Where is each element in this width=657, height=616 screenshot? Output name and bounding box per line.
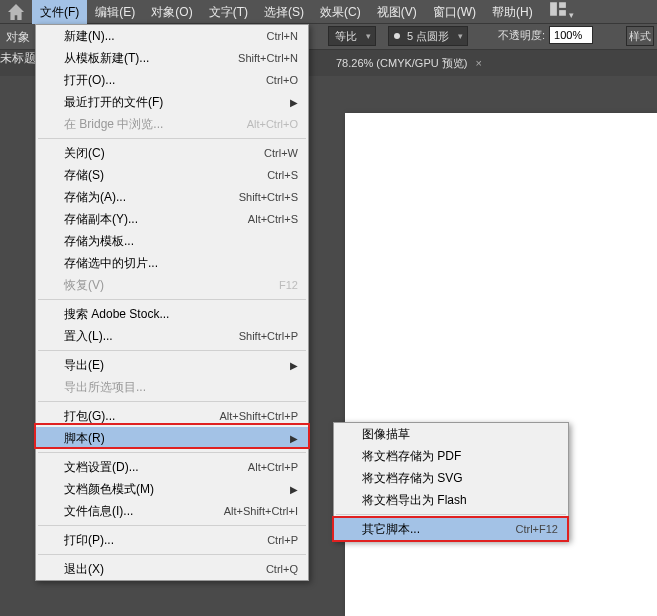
menu-item[interactable]: 存储选中的切片...	[36, 252, 308, 274]
menu-shortcut: Ctrl+W	[264, 147, 298, 159]
file-menu: 新建(N)...Ctrl+N从模板新建(T)...Shift+Ctrl+N打开(…	[35, 24, 309, 581]
menu-separator	[38, 452, 306, 453]
submenu-arrow-icon: ▶	[290, 360, 298, 371]
menu-item: 恢复(V)F12	[36, 274, 308, 296]
menu-item-label: 新建(N)...	[64, 28, 267, 45]
menu-item[interactable]: 文档设置(D)...Alt+Ctrl+P	[36, 456, 308, 478]
menu-item-label: 存储副本(Y)...	[64, 211, 248, 228]
menu-item-label: 导出(E)	[64, 357, 284, 374]
menu-shortcut: Ctrl+Q	[266, 563, 298, 575]
menu-separator	[38, 350, 306, 351]
menu-item-label: 在 Bridge 中浏览...	[64, 116, 247, 133]
shape-dropdown[interactable]: 5 点圆形	[388, 26, 468, 46]
menubar-item[interactable]: 视图(V)	[369, 0, 425, 24]
menu-item[interactable]: 置入(L)...Shift+Ctrl+P	[36, 325, 308, 347]
menu-shortcut: Ctrl+P	[267, 534, 298, 546]
menubar-item[interactable]: 效果(C)	[312, 0, 369, 24]
menu-item-label: 存储为(A)...	[64, 189, 239, 206]
menu-separator	[38, 401, 306, 402]
menu-shortcut: Ctrl+N	[267, 30, 298, 42]
menu-item[interactable]: 图像描草	[334, 423, 568, 445]
menu-item-label: 打包(G)...	[64, 408, 219, 425]
highlight-box-other-script	[332, 516, 569, 542]
menu-shortcut: Shift+Ctrl+S	[239, 191, 298, 203]
menu-item-label: 最近打开的文件(F)	[64, 94, 284, 111]
menu-item[interactable]: 退出(X)Ctrl+Q	[36, 558, 308, 580]
highlight-box-script	[34, 423, 310, 449]
menubar-item[interactable]: 选择(S)	[256, 0, 312, 24]
submenu-arrow-icon: ▶	[290, 484, 298, 495]
arrange-icon[interactable]: ▾	[541, 0, 582, 24]
submenu-arrow-icon: ▶	[290, 97, 298, 108]
ratio-dropdown[interactable]: 等比	[328, 26, 376, 46]
menu-separator	[38, 138, 306, 139]
document-tab[interactable]: 78.26% (CMYK/GPU 预览) ×	[328, 50, 490, 76]
doctab-prefix: 未标题	[0, 50, 36, 67]
menu-item[interactable]: 打印(P)...Ctrl+P	[36, 529, 308, 551]
menu-item[interactable]: 导出(E)▶	[36, 354, 308, 376]
menu-shortcut: Ctrl+O	[266, 74, 298, 86]
menu-item-label: 将文档导出为 Flash	[362, 492, 558, 509]
menu-shortcut: Shift+Ctrl+N	[238, 52, 298, 64]
dot-icon	[394, 33, 400, 39]
menubar-item[interactable]: 文件(F)	[32, 0, 87, 24]
menubar-item[interactable]: 文字(T)	[201, 0, 256, 24]
menu-separator	[38, 299, 306, 300]
menu-item-label: 从模板新建(T)...	[64, 50, 238, 67]
menu-item-label: 文档设置(D)...	[64, 459, 248, 476]
menu-item-label: 存储(S)	[64, 167, 267, 184]
svg-rect-1	[559, 2, 566, 8]
menu-shortcut: Alt+Shift+Ctrl+I	[224, 505, 298, 517]
menu-item-label: 恢复(V)	[64, 277, 279, 294]
menu-item[interactable]: 文档颜色模式(M)▶	[36, 478, 308, 500]
menu-item-label: 存储为模板...	[64, 233, 298, 250]
menu-item[interactable]: 存储为(A)...Shift+Ctrl+S	[36, 186, 308, 208]
menu-item-label: 将文档存储为 PDF	[362, 448, 558, 465]
menu-shortcut: Alt+Shift+Ctrl+P	[219, 410, 298, 422]
menu-shortcut: Alt+Ctrl+S	[248, 213, 298, 225]
menu-item-label: 导出所选项目...	[64, 379, 298, 396]
menu-separator	[38, 554, 306, 555]
menu-item[interactable]: 最近打开的文件(F)▶	[36, 91, 308, 113]
menu-item-label: 退出(X)	[64, 561, 266, 578]
menu-item-label: 关闭(C)	[64, 145, 264, 162]
menubar-item[interactable]: 帮助(H)	[484, 0, 541, 24]
menu-item[interactable]: 打开(O)...Ctrl+O	[36, 69, 308, 91]
menu-item: 导出所选项目...	[36, 376, 308, 398]
menubar-item[interactable]: 窗口(W)	[425, 0, 484, 24]
menu-shortcut: Ctrl+S	[267, 169, 298, 181]
opacity-input[interactable]	[549, 26, 593, 44]
menu-separator	[336, 514, 566, 515]
home-icon[interactable]	[8, 4, 24, 20]
doctab-title: 78.26% (CMYK/GPU 预览)	[336, 56, 467, 71]
opacity-label: 不透明度:	[498, 28, 545, 43]
menu-item: 在 Bridge 中浏览...Alt+Ctrl+O	[36, 113, 308, 135]
menu-item[interactable]: 将文档存储为 PDF	[334, 445, 568, 467]
menu-item[interactable]: 存储副本(Y)...Alt+Ctrl+S	[36, 208, 308, 230]
close-icon[interactable]: ×	[475, 57, 481, 69]
menu-item[interactable]: 存储(S)Ctrl+S	[36, 164, 308, 186]
menu-separator	[38, 525, 306, 526]
menu-item-label: 图像描草	[362, 426, 558, 443]
menu-item[interactable]: 文件信息(I)...Alt+Shift+Ctrl+I	[36, 500, 308, 522]
menu-item[interactable]: 存储为模板...	[36, 230, 308, 252]
menubar: 文件(F)编辑(E)对象(O)文字(T)选择(S)效果(C)视图(V)窗口(W)…	[0, 0, 657, 24]
menu-item-label: 置入(L)...	[64, 328, 239, 345]
menu-shortcut: Shift+Ctrl+P	[239, 330, 298, 342]
menu-item[interactable]: 将文档存储为 SVG	[334, 467, 568, 489]
menubar-item[interactable]: 对象(O)	[143, 0, 200, 24]
menu-item-label: 搜索 Adobe Stock...	[64, 306, 298, 323]
menubar-item[interactable]: 编辑(E)	[87, 0, 143, 24]
menu-item[interactable]: 将文档导出为 Flash	[334, 489, 568, 511]
menu-item[interactable]: 关闭(C)Ctrl+W	[36, 142, 308, 164]
menu-item[interactable]: 搜索 Adobe Stock...	[36, 303, 308, 325]
menu-shortcut: Alt+Ctrl+O	[247, 118, 298, 130]
menu-item-label: 文件信息(I)...	[64, 503, 224, 520]
style-button[interactable]: 样式	[626, 26, 654, 46]
menu-item-label: 打印(P)...	[64, 532, 267, 549]
menu-item-label: 存储选中的切片...	[64, 255, 298, 272]
menu-item-label: 将文档存储为 SVG	[362, 470, 558, 487]
menu-shortcut: Alt+Ctrl+P	[248, 461, 298, 473]
menu-item[interactable]: 从模板新建(T)...Shift+Ctrl+N	[36, 47, 308, 69]
menu-item[interactable]: 新建(N)...Ctrl+N	[36, 25, 308, 47]
